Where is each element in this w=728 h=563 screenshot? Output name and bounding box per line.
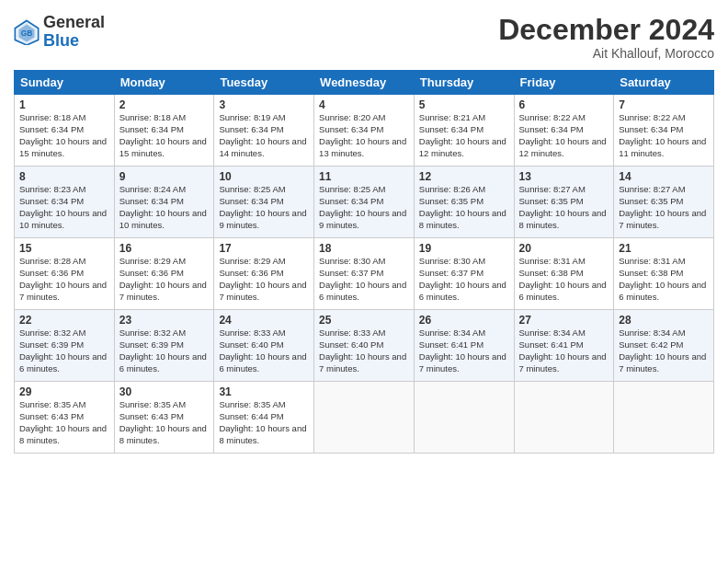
calendar-cell: 1 Sunrise: 8:18 AMSunset: 6:34 PMDayligh… bbox=[15, 95, 115, 167]
day-info: Sunrise: 8:35 AMSunset: 6:43 PMDaylight:… bbox=[19, 399, 107, 444]
day-number: 27 bbox=[519, 314, 609, 327]
calendar-cell: 31 Sunrise: 8:35 AMSunset: 6:44 PMDaylig… bbox=[214, 382, 314, 454]
day-info: Sunrise: 8:18 AMSunset: 6:34 PMDaylight:… bbox=[19, 112, 107, 157]
day-number: 30 bbox=[119, 385, 210, 398]
calendar-week-row: 15 Sunrise: 8:28 AMSunset: 6:36 PMDaylig… bbox=[15, 238, 714, 310]
day-info: Sunrise: 8:23 AMSunset: 6:34 PMDaylight:… bbox=[19, 184, 107, 229]
calendar-cell: 24 Sunrise: 8:33 AMSunset: 6:40 PMDaylig… bbox=[214, 310, 314, 382]
day-number: 20 bbox=[519, 242, 609, 255]
day-header-monday: Monday bbox=[114, 71, 214, 95]
day-header-sunday: Sunday bbox=[15, 71, 115, 95]
day-info: Sunrise: 8:34 AMSunset: 6:42 PMDaylight:… bbox=[619, 327, 706, 373]
day-number: 17 bbox=[219, 242, 309, 255]
day-number: 28 bbox=[619, 314, 709, 327]
calendar-cell: 15 Sunrise: 8:28 AMSunset: 6:36 PMDaylig… bbox=[15, 238, 115, 310]
calendar-header-row: SundayMondayTuesdayWednesdayThursdayFrid… bbox=[15, 71, 714, 95]
calendar-cell: 8 Sunrise: 8:23 AMSunset: 6:34 PMDayligh… bbox=[15, 167, 115, 238]
day-info: Sunrise: 8:21 AMSunset: 6:34 PMDaylight:… bbox=[419, 112, 506, 157]
calendar-table: SundayMondayTuesdayWednesdayThursdayFrid… bbox=[14, 70, 714, 454]
calendar-cell: 5 Sunrise: 8:21 AMSunset: 6:34 PMDayligh… bbox=[414, 95, 514, 167]
day-number: 8 bbox=[19, 170, 109, 183]
day-info: Sunrise: 8:25 AMSunset: 6:34 PMDaylight:… bbox=[219, 184, 306, 229]
day-info: Sunrise: 8:34 AMSunset: 6:41 PMDaylight:… bbox=[419, 327, 506, 373]
day-info: Sunrise: 8:28 AMSunset: 6:36 PMDaylight:… bbox=[19, 256, 107, 301]
calendar-cell bbox=[314, 382, 415, 454]
day-number: 24 bbox=[219, 314, 309, 327]
day-number: 26 bbox=[419, 314, 509, 327]
day-number: 6 bbox=[519, 98, 609, 111]
day-header-saturday: Saturday bbox=[614, 71, 714, 95]
calendar-cell: 11 Sunrise: 8:25 AMSunset: 6:34 PMDaylig… bbox=[314, 167, 415, 238]
calendar-cell bbox=[514, 382, 614, 454]
day-number: 23 bbox=[119, 314, 210, 327]
day-number: 15 bbox=[19, 242, 109, 255]
day-info: Sunrise: 8:22 AMSunset: 6:34 PMDaylight:… bbox=[519, 112, 607, 157]
calendar-cell bbox=[614, 382, 714, 454]
day-number: 9 bbox=[119, 170, 210, 183]
calendar-cell: 7 Sunrise: 8:22 AMSunset: 6:34 PMDayligh… bbox=[614, 95, 714, 167]
calendar-week-row: 22 Sunrise: 8:32 AMSunset: 6:39 PMDaylig… bbox=[15, 310, 714, 382]
day-number: 1 bbox=[19, 98, 109, 111]
day-number: 13 bbox=[519, 170, 609, 183]
day-info: Sunrise: 8:32 AMSunset: 6:39 PMDaylight:… bbox=[119, 327, 207, 373]
day-number: 25 bbox=[319, 314, 409, 327]
calendar-cell: 4 Sunrise: 8:20 AMSunset: 6:34 PMDayligh… bbox=[314, 95, 415, 167]
calendar-cell: 6 Sunrise: 8:22 AMSunset: 6:34 PMDayligh… bbox=[514, 95, 614, 167]
calendar-cell: 23 Sunrise: 8:32 AMSunset: 6:39 PMDaylig… bbox=[114, 310, 214, 382]
day-number: 22 bbox=[19, 314, 109, 327]
calendar-cell: 30 Sunrise: 8:35 AMSunset: 6:43 PMDaylig… bbox=[114, 382, 214, 454]
day-number: 19 bbox=[419, 242, 509, 255]
day-number: 4 bbox=[319, 98, 409, 111]
calendar-cell: 10 Sunrise: 8:25 AMSunset: 6:34 PMDaylig… bbox=[214, 167, 314, 238]
day-header-friday: Friday bbox=[514, 71, 614, 95]
day-info: Sunrise: 8:19 AMSunset: 6:34 PMDaylight:… bbox=[219, 112, 306, 157]
day-info: Sunrise: 8:33 AMSunset: 6:40 PMDaylight:… bbox=[319, 327, 406, 373]
calendar-cell: 21 Sunrise: 8:31 AMSunset: 6:38 PMDaylig… bbox=[614, 238, 714, 310]
day-info: Sunrise: 8:35 AMSunset: 6:43 PMDaylight:… bbox=[119, 399, 207, 444]
day-number: 5 bbox=[419, 98, 509, 111]
calendar-cell: 26 Sunrise: 8:34 AMSunset: 6:41 PMDaylig… bbox=[414, 310, 514, 382]
day-info: Sunrise: 8:30 AMSunset: 6:37 PMDaylight:… bbox=[319, 256, 406, 301]
day-info: Sunrise: 8:33 AMSunset: 6:40 PMDaylight:… bbox=[219, 327, 306, 373]
day-info: Sunrise: 8:18 AMSunset: 6:34 PMDaylight:… bbox=[119, 112, 207, 157]
logo: GB General Blue bbox=[14, 14, 105, 51]
calendar-cell: 13 Sunrise: 8:27 AMSunset: 6:35 PMDaylig… bbox=[514, 167, 614, 238]
day-number: 12 bbox=[419, 170, 509, 183]
day-info: Sunrise: 8:22 AMSunset: 6:34 PMDaylight:… bbox=[619, 112, 706, 157]
day-number: 10 bbox=[219, 170, 309, 183]
calendar-cell: 12 Sunrise: 8:26 AMSunset: 6:35 PMDaylig… bbox=[414, 167, 514, 238]
day-info: Sunrise: 8:24 AMSunset: 6:34 PMDaylight:… bbox=[119, 184, 207, 229]
day-number: 16 bbox=[119, 242, 210, 255]
calendar-cell: 18 Sunrise: 8:30 AMSunset: 6:37 PMDaylig… bbox=[314, 238, 415, 310]
day-number: 21 bbox=[619, 242, 709, 255]
day-number: 29 bbox=[19, 385, 109, 398]
calendar-cell: 22 Sunrise: 8:32 AMSunset: 6:39 PMDaylig… bbox=[15, 310, 115, 382]
day-number: 31 bbox=[219, 385, 309, 398]
day-info: Sunrise: 8:29 AMSunset: 6:36 PMDaylight:… bbox=[219, 256, 306, 301]
calendar-cell: 9 Sunrise: 8:24 AMSunset: 6:34 PMDayligh… bbox=[114, 167, 214, 238]
month-title: December 2024 bbox=[498, 14, 714, 46]
calendar-week-row: 8 Sunrise: 8:23 AMSunset: 6:34 PMDayligh… bbox=[15, 167, 714, 238]
day-info: Sunrise: 8:32 AMSunset: 6:39 PMDaylight:… bbox=[19, 327, 107, 373]
calendar-cell: 28 Sunrise: 8:34 AMSunset: 6:42 PMDaylig… bbox=[614, 310, 714, 382]
logo-blue: Blue bbox=[43, 32, 105, 51]
day-info: Sunrise: 8:25 AMSunset: 6:34 PMDaylight:… bbox=[319, 184, 406, 229]
calendar-cell: 29 Sunrise: 8:35 AMSunset: 6:43 PMDaylig… bbox=[15, 382, 115, 454]
calendar-week-row: 29 Sunrise: 8:35 AMSunset: 6:43 PMDaylig… bbox=[15, 382, 714, 454]
day-header-thursday: Thursday bbox=[414, 71, 514, 95]
title-section: December 2024 Ait Khallouf, Morocco bbox=[498, 14, 714, 61]
day-info: Sunrise: 8:26 AMSunset: 6:35 PMDaylight:… bbox=[419, 184, 506, 229]
day-header-wednesday: Wednesday bbox=[314, 71, 415, 95]
day-number: 18 bbox=[319, 242, 409, 255]
calendar-week-row: 1 Sunrise: 8:18 AMSunset: 6:34 PMDayligh… bbox=[15, 95, 714, 167]
day-info: Sunrise: 8:35 AMSunset: 6:44 PMDaylight:… bbox=[219, 399, 306, 444]
day-number: 11 bbox=[319, 170, 409, 183]
calendar-cell bbox=[414, 382, 514, 454]
day-number: 3 bbox=[219, 98, 309, 111]
calendar-cell: 14 Sunrise: 8:27 AMSunset: 6:35 PMDaylig… bbox=[614, 167, 714, 238]
calendar-cell: 16 Sunrise: 8:29 AMSunset: 6:36 PMDaylig… bbox=[114, 238, 214, 310]
calendar-cell: 17 Sunrise: 8:29 AMSunset: 6:36 PMDaylig… bbox=[214, 238, 314, 310]
day-number: 14 bbox=[619, 170, 709, 183]
day-info: Sunrise: 8:34 AMSunset: 6:41 PMDaylight:… bbox=[519, 327, 607, 373]
day-number: 2 bbox=[119, 98, 210, 111]
